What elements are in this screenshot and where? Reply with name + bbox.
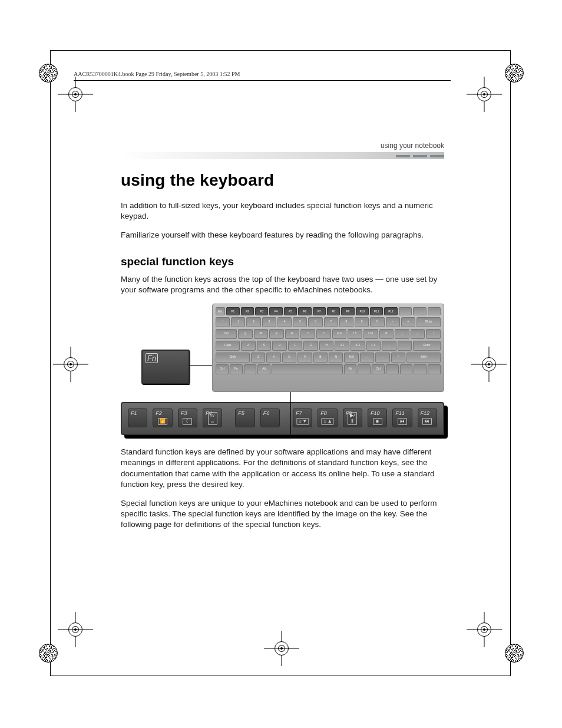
function-key-icon: ⏮ bbox=[398, 418, 407, 425]
keyboard-key: Esc bbox=[216, 307, 225, 315]
keyboard-key: Ctrl bbox=[216, 364, 229, 374]
function-key: F2📶 bbox=[153, 409, 172, 427]
keyboard-key: Q bbox=[238, 329, 253, 339]
function-key-icon: ⎚/▭ bbox=[208, 412, 217, 425]
function-key-icon: ☼▼ bbox=[296, 418, 309, 425]
keyboard-key: F7 bbox=[313, 307, 326, 315]
keyboard-key: ; bbox=[382, 341, 396, 351]
keyboard-key: F11 bbox=[370, 307, 383, 315]
keyboard-key: F3 bbox=[255, 307, 268, 315]
keyboard-key bbox=[400, 364, 413, 374]
function-key: F11⏮ bbox=[392, 409, 412, 427]
keyboard-key bbox=[358, 364, 371, 374]
keyboard-key: U 4 bbox=[332, 329, 347, 339]
keyboard-key: Shift bbox=[406, 353, 441, 363]
keyboard-key: F1 bbox=[226, 307, 239, 315]
heading-1: using the keyboard bbox=[121, 171, 444, 190]
function-key-strip: F1F2📶F3☾F4⎚/▭F5F6F7☼▼F8☼▲F9▶/ⅡF10■F11⏮F1… bbox=[121, 402, 444, 435]
keyboard-key bbox=[413, 307, 426, 315]
keyboard-key: T bbox=[300, 329, 315, 339]
keyboard-key: O 6 bbox=[363, 329, 378, 339]
keyboard-key: Fn bbox=[230, 364, 243, 374]
function-key: F9▶/Ⅱ bbox=[343, 409, 362, 427]
keyboard-key: B bbox=[313, 353, 328, 363]
function-key: F8☼▲ bbox=[318, 409, 337, 427]
keyboard-key: , bbox=[360, 353, 374, 363]
keyboard-key: \ bbox=[426, 329, 441, 339]
keyboard-key: Y bbox=[316, 329, 331, 339]
keyboard-key: V bbox=[297, 353, 312, 363]
keyboard-key: S bbox=[257, 341, 272, 351]
keyboard-key: J 1 bbox=[335, 341, 349, 351]
function-key: F10■ bbox=[368, 409, 387, 427]
paragraph: Many of the function keys across the top… bbox=[121, 274, 444, 295]
keyboard-key bbox=[428, 307, 441, 315]
keyboard-key: Ctrl bbox=[372, 364, 385, 374]
running-head: using your notebook bbox=[381, 141, 444, 150]
keyboard-key: W bbox=[254, 329, 269, 339]
function-key-icon: 📶 bbox=[158, 418, 167, 425]
keyboard-key: L 3 bbox=[366, 341, 381, 351]
keyboard-key: X bbox=[266, 353, 280, 363]
function-key: F6 bbox=[260, 409, 280, 427]
keyboard-key: F bbox=[288, 341, 303, 351]
heading-2: special function keys bbox=[121, 255, 444, 268]
function-key: F3☾ bbox=[178, 409, 197, 427]
keyboard-key: F2 bbox=[241, 307, 254, 315]
crop-mark-icon bbox=[39, 644, 58, 663]
function-key: F1 bbox=[128, 409, 147, 427]
function-key: F5 bbox=[235, 409, 254, 427]
keyboard-key bbox=[414, 364, 427, 374]
keyboard-key bbox=[272, 364, 343, 374]
paragraph: Familiarize yourself with these keyboard… bbox=[121, 230, 444, 241]
keyboard-key: Shift bbox=[216, 353, 250, 363]
fn-key-callout: Fn bbox=[141, 350, 190, 384]
crop-mark-icon bbox=[505, 644, 524, 663]
function-key-icon: ⏭ bbox=[422, 418, 432, 425]
keyboard-key: 8 bbox=[339, 317, 353, 327]
keyboard-key: - bbox=[386, 317, 400, 327]
crop-mark-icon bbox=[505, 64, 524, 83]
keyboard-key: [ bbox=[395, 329, 409, 339]
keyboard-key: E bbox=[269, 329, 284, 339]
keyboard-key: C bbox=[282, 353, 296, 363]
keyboard-key: 7 bbox=[324, 317, 338, 327]
function-key-icon: ☼▲ bbox=[321, 418, 333, 425]
keyboard-key: D bbox=[272, 341, 287, 351]
keyboard-key: = bbox=[401, 317, 415, 327]
crop-mark-icon bbox=[39, 64, 58, 83]
function-key: F4⎚/▭ bbox=[203, 409, 222, 427]
fn-key-label: Fn bbox=[146, 353, 158, 363]
keyboard-key: Bksp bbox=[416, 317, 441, 327]
header-rule bbox=[74, 80, 451, 81]
keyboard-key: F5 bbox=[284, 307, 297, 315]
keyboard-key: 0 bbox=[370, 317, 384, 327]
keyboard-key: G bbox=[303, 341, 318, 351]
keyboard-key: 9 bbox=[355, 317, 369, 327]
keyboard-key: Alt bbox=[257, 364, 270, 374]
keyboard-key: H bbox=[319, 341, 334, 351]
keyboard-key bbox=[428, 364, 441, 374]
keyboard-key: P bbox=[379, 329, 394, 339]
keyboard-key: A bbox=[241, 341, 256, 351]
keyboard-key bbox=[386, 364, 399, 374]
keyboard-key: Alt bbox=[344, 364, 357, 374]
keyboard-key: F8 bbox=[327, 307, 340, 315]
accent-ticks bbox=[396, 155, 444, 157]
keyboard-key: / bbox=[391, 353, 405, 363]
keyboard-key bbox=[244, 364, 257, 374]
keyboard-key: N bbox=[329, 353, 343, 363]
keyboard-key: Z bbox=[251, 353, 265, 363]
keyboard-illustration: Fn EscF1F2F3F4F5F6F7F8F9F10F11F12 `12345… bbox=[121, 304, 444, 435]
keyboard-key: R bbox=[285, 329, 300, 339]
keyboard-key: ' bbox=[398, 341, 412, 351]
keyboard-key: K 2 bbox=[351, 341, 365, 351]
function-key-icon: ▶/Ⅱ bbox=[348, 412, 357, 425]
keyboard-key: 5 bbox=[293, 317, 307, 327]
keyboard-key: Enter bbox=[413, 341, 441, 351]
keyboard-key: ] bbox=[411, 329, 425, 339]
function-key-icon: ■ bbox=[373, 418, 382, 425]
keyboard-diagram: EscF1F2F3F4F5F6F7F8F9F10F11F12 `12345678… bbox=[212, 304, 444, 392]
keyboard-key: Tab bbox=[216, 329, 237, 339]
function-key: F12⏭ bbox=[418, 409, 437, 427]
